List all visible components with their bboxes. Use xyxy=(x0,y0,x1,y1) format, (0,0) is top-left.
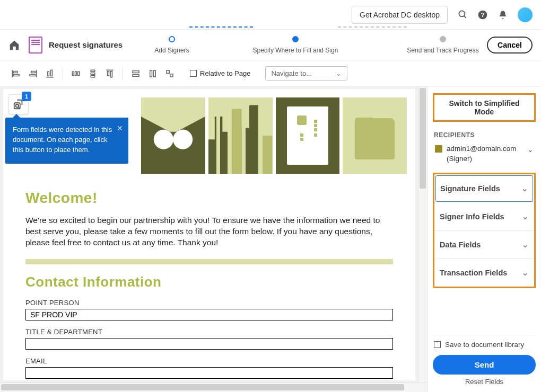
distribute-v-icon[interactable] xyxy=(85,66,100,81)
close-icon[interactable]: ✕ xyxy=(117,123,123,133)
recipient-email: admin1@domain.com xyxy=(447,145,517,153)
search-icon[interactable] xyxy=(457,10,468,20)
welcome-heading: Welcome! xyxy=(25,190,393,207)
recipient-item[interactable]: admin1@domain.com (Signer) ⌄ xyxy=(433,143,536,165)
recipient-color-swatch xyxy=(435,145,442,153)
bell-icon[interactable] xyxy=(498,10,508,20)
svg-point-0 xyxy=(459,11,465,16)
svg-rect-5 xyxy=(14,71,18,73)
title-dept-input[interactable] xyxy=(25,338,393,350)
detect-count-badge: 1 xyxy=(22,92,31,101)
align-bottom-icon[interactable] xyxy=(102,66,117,81)
svg-rect-20 xyxy=(108,71,109,75)
reset-fields-link[interactable]: Reset Fields xyxy=(433,378,536,386)
welcome-paragraph: We're so excited to begin our partnershi… xyxy=(25,215,393,248)
banner-resume xyxy=(276,97,340,174)
svg-rect-12 xyxy=(51,70,53,76)
chevron-down-icon: ⌄ xyxy=(336,69,342,77)
svg-rect-17 xyxy=(91,73,95,74)
tool-title: Request signatures xyxy=(49,40,123,49)
progress-steps: Add Signers Specify Where to Fill and Si… xyxy=(154,36,479,54)
svg-rect-15 xyxy=(78,72,80,76)
point-person-label: POINT PERSON xyxy=(25,299,393,307)
svg-rect-18 xyxy=(91,75,95,77)
panel-footer: Save to document library Send Reset Fiel… xyxy=(433,335,536,386)
home-icon[interactable] xyxy=(8,39,20,51)
match-height-icon[interactable] xyxy=(145,66,160,81)
banner-folder xyxy=(343,97,407,174)
section-heading: Contact Information xyxy=(25,274,393,290)
svg-rect-24 xyxy=(150,70,152,77)
navigate-placeholder: Navigate to... xyxy=(271,69,312,77)
svg-rect-6 xyxy=(14,74,20,76)
align-left-icon[interactable] xyxy=(8,66,23,81)
chevron-down-icon: ⌄ xyxy=(522,240,529,249)
step-specify[interactable]: Specify Where to Fill and Sign xyxy=(253,36,338,54)
checkbox-icon[interactable] xyxy=(190,70,197,77)
navigate-dropdown[interactable]: Navigate to... ⌄ xyxy=(265,66,347,81)
svg-rect-26 xyxy=(167,70,169,73)
align-right-icon[interactable] xyxy=(25,66,40,81)
category-signature-fields[interactable]: Signature Fields⌄ xyxy=(435,175,533,202)
get-desktop-button[interactable]: Get Acrobat DC desktop xyxy=(352,6,448,24)
right-panel: Switch to Simplified Mode RECIPIENTS adm… xyxy=(427,87,541,392)
detect-fields-tooltip: Form fields were detected in this docume… xyxy=(5,118,128,164)
match-width-icon[interactable] xyxy=(128,66,143,81)
chevron-down-icon: ⌄ xyxy=(522,269,529,277)
svg-rect-27 xyxy=(170,74,173,76)
category-data-fields[interactable]: Data Fields⌄ xyxy=(434,231,534,259)
distribute-h-icon[interactable] xyxy=(68,66,83,81)
recipients-heading: RECIPIENTS xyxy=(433,131,536,139)
chevron-down-icon: ⌄ xyxy=(521,184,528,193)
svg-rect-8 xyxy=(31,71,36,73)
send-button[interactable]: Send xyxy=(433,355,536,375)
relative-to-page-label: Relative to Page xyxy=(200,69,250,77)
divider xyxy=(25,259,393,264)
chevron-down-icon: ⌄ xyxy=(522,212,529,221)
banner-handshake xyxy=(141,97,205,174)
checkbox-icon[interactable] xyxy=(434,341,441,348)
save-to-library-label: Save to document library xyxy=(445,341,524,349)
title-dept-label: TITLE & DEPARTMENT xyxy=(25,328,393,336)
horizontal-scrollbar[interactable] xyxy=(0,382,427,392)
email-input[interactable] xyxy=(25,367,393,379)
switch-simplified-button[interactable]: Switch to Simplified Mode xyxy=(433,93,536,122)
category-signer-info-fields[interactable]: Signer Info Fields⌄ xyxy=(434,203,534,231)
document-canvas[interactable]: 1 Form fields were detected in this docu… xyxy=(0,87,427,392)
banner-city xyxy=(208,97,273,174)
vertical-scrollbar[interactable] xyxy=(418,87,427,382)
top-bar: Get Acrobat DC desktop ? xyxy=(0,0,541,30)
svg-line-1 xyxy=(464,16,466,18)
svg-rect-21 xyxy=(111,71,112,77)
document-icon xyxy=(29,37,42,54)
detect-fields-button[interactable]: 1 xyxy=(8,94,29,114)
chevron-down-icon[interactable]: ⌄ xyxy=(527,145,534,154)
step-add-signers[interactable]: Add Signers xyxy=(154,36,189,54)
help-icon[interactable]: ? xyxy=(477,10,488,20)
progress-bar: Request signatures Add Signers Specify W… xyxy=(0,30,541,60)
svg-rect-9 xyxy=(30,74,36,76)
svg-text:?: ? xyxy=(481,11,484,18)
save-to-library-toggle[interactable]: Save to document library xyxy=(433,341,536,349)
svg-rect-13 xyxy=(72,72,74,76)
match-size-icon[interactable] xyxy=(162,66,177,81)
relative-to-page-toggle[interactable]: Relative to Page xyxy=(190,69,250,77)
recipient-role: (Signer) xyxy=(447,155,472,163)
email-label: EMAIL xyxy=(25,357,393,365)
field-categories: Signature Fields⌄ Signer Info Fields⌄ Da… xyxy=(433,173,536,288)
point-person-input[interactable] xyxy=(25,309,393,320)
field-toolbar: Relative to Page Navigate to... ⌄ xyxy=(0,60,541,87)
svg-rect-25 xyxy=(154,70,156,77)
svg-rect-11 xyxy=(48,72,49,76)
svg-rect-16 xyxy=(91,70,95,72)
avatar[interactable] xyxy=(518,7,533,22)
category-transaction-fields[interactable]: Transaction Fields⌄ xyxy=(434,259,534,287)
align-top-icon[interactable] xyxy=(42,66,57,81)
main-area: 1 Form fields were detected in this docu… xyxy=(0,87,541,392)
svg-rect-23 xyxy=(133,74,139,76)
step-send-track[interactable]: Send and Track Progress xyxy=(407,36,478,54)
svg-rect-14 xyxy=(75,72,77,76)
svg-point-29 xyxy=(16,104,19,108)
cancel-button[interactable]: Cancel xyxy=(487,37,533,54)
svg-rect-22 xyxy=(133,70,139,73)
